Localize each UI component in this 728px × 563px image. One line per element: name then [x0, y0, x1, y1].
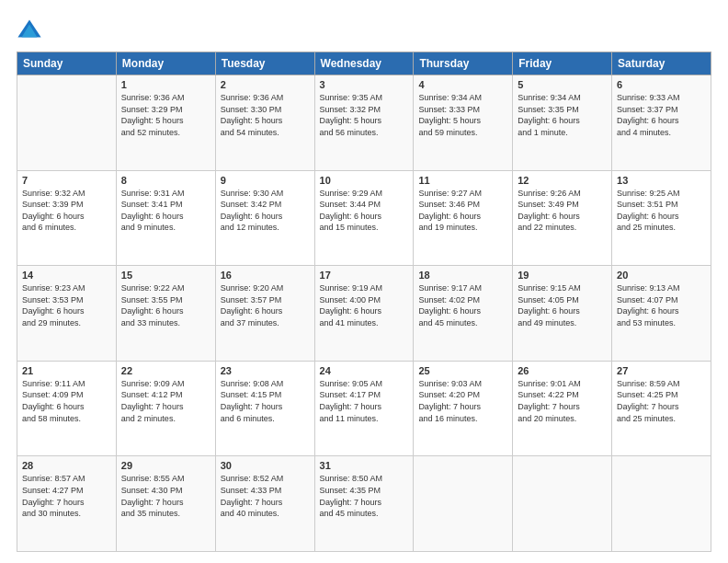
week-row-5: 28Sunrise: 8:57 AMSunset: 4:27 PMDayligh… [17, 456, 711, 552]
header [17, 17, 711, 42]
day-header-sunday: Sunday [17, 52, 117, 75]
calendar-cell: 6Sunrise: 9:33 AMSunset: 3:37 PMDaylight… [612, 75, 711, 171]
calendar-cell: 7Sunrise: 9:32 AMSunset: 3:39 PMDaylight… [17, 170, 117, 266]
day-info: Sunrise: 9:13 AMSunset: 4:07 PMDaylight:… [617, 282, 706, 328]
calendar-cell: 23Sunrise: 9:08 AMSunset: 4:15 PMDayligh… [215, 361, 314, 456]
day-info: Sunrise: 9:03 AMSunset: 4:20 PMDaylight:… [418, 378, 507, 424]
day-info: Sunrise: 8:52 AMSunset: 4:33 PMDaylight:… [221, 473, 310, 519]
calendar-cell: 8Sunrise: 9:31 AMSunset: 3:41 PMDaylight… [116, 170, 215, 266]
day-number: 22 [121, 365, 210, 376]
day-info: Sunrise: 9:19 AMSunset: 4:00 PMDaylight:… [320, 282, 409, 328]
calendar-cell: 13Sunrise: 9:25 AMSunset: 3:51 PMDayligh… [612, 170, 711, 266]
day-number: 14 [22, 270, 111, 281]
day-info: Sunrise: 9:15 AMSunset: 4:05 PMDaylight:… [518, 282, 607, 328]
calendar-cell: 17Sunrise: 9:19 AMSunset: 4:00 PMDayligh… [314, 266, 414, 362]
day-number: 8 [121, 175, 210, 186]
logo-icon [17, 17, 42, 42]
calendar-cell: 11Sunrise: 9:27 AMSunset: 3:46 PMDayligh… [414, 170, 513, 266]
calendar-cell [513, 456, 612, 552]
logo [17, 17, 46, 42]
day-header-wednesday: Wednesday [314, 52, 414, 75]
day-number: 3 [320, 79, 409, 90]
day-number: 27 [617, 365, 706, 376]
day-number: 10 [320, 175, 409, 186]
day-info: Sunrise: 9:25 AMSunset: 3:51 PMDaylight:… [617, 188, 706, 234]
day-info: Sunrise: 9:29 AMSunset: 3:44 PMDaylight:… [320, 188, 409, 234]
day-number: 30 [221, 460, 310, 471]
calendar-cell: 20Sunrise: 9:13 AMSunset: 4:07 PMDayligh… [612, 266, 711, 362]
day-info: Sunrise: 8:57 AMSunset: 4:27 PMDaylight:… [22, 473, 111, 519]
day-info: Sunrise: 8:59 AMSunset: 4:25 PMDaylight:… [617, 378, 706, 424]
day-number: 28 [22, 460, 111, 471]
day-number: 7 [22, 175, 111, 186]
day-info: Sunrise: 9:31 AMSunset: 3:41 PMDaylight:… [121, 188, 210, 234]
day-number: 21 [22, 365, 111, 376]
calendar-cell [414, 456, 513, 552]
calendar-cell: 10Sunrise: 9:29 AMSunset: 3:44 PMDayligh… [314, 170, 414, 266]
calendar-cell: 12Sunrise: 9:26 AMSunset: 3:49 PMDayligh… [513, 170, 612, 266]
day-number: 2 [221, 79, 310, 90]
day-info: Sunrise: 9:17 AMSunset: 4:02 PMDaylight:… [418, 282, 507, 328]
day-info: Sunrise: 9:34 AMSunset: 3:35 PMDaylight:… [518, 92, 607, 138]
day-header-thursday: Thursday [414, 52, 513, 75]
day-number: 16 [221, 270, 310, 281]
day-info: Sunrise: 8:50 AMSunset: 4:35 PMDaylight:… [320, 473, 409, 519]
day-header-tuesday: Tuesday [215, 52, 314, 75]
calendar-cell: 25Sunrise: 9:03 AMSunset: 4:20 PMDayligh… [414, 361, 513, 456]
day-info: Sunrise: 9:26 AMSunset: 3:49 PMDaylight:… [518, 188, 607, 234]
week-row-4: 21Sunrise: 9:11 AMSunset: 4:09 PMDayligh… [17, 361, 711, 456]
day-number: 1 [121, 79, 210, 90]
week-row-2: 7Sunrise: 9:32 AMSunset: 3:39 PMDaylight… [17, 170, 711, 266]
day-info: Sunrise: 9:05 AMSunset: 4:17 PMDaylight:… [320, 378, 409, 424]
day-info: Sunrise: 9:08 AMSunset: 4:15 PMDaylight:… [221, 378, 310, 424]
day-number: 24 [320, 365, 409, 376]
day-number: 15 [121, 270, 210, 281]
day-info: Sunrise: 9:22 AMSunset: 3:55 PMDaylight:… [121, 282, 210, 328]
calendar-cell: 14Sunrise: 9:23 AMSunset: 3:53 PMDayligh… [17, 266, 117, 362]
week-row-3: 14Sunrise: 9:23 AMSunset: 3:53 PMDayligh… [17, 266, 711, 362]
day-info: Sunrise: 9:35 AMSunset: 3:32 PMDaylight:… [320, 92, 409, 138]
day-number: 11 [418, 175, 507, 186]
day-number: 20 [617, 270, 706, 281]
day-number: 19 [518, 270, 607, 281]
calendar-cell: 16Sunrise: 9:20 AMSunset: 3:57 PMDayligh… [215, 266, 314, 362]
day-info: Sunrise: 9:09 AMSunset: 4:12 PMDaylight:… [121, 378, 210, 424]
calendar-cell: 5Sunrise: 9:34 AMSunset: 3:35 PMDaylight… [513, 75, 612, 171]
day-info: Sunrise: 9:36 AMSunset: 3:30 PMDaylight:… [221, 92, 310, 138]
day-header-saturday: Saturday [612, 52, 711, 75]
day-info: Sunrise: 9:32 AMSunset: 3:39 PMDaylight:… [22, 188, 111, 234]
day-number: 5 [518, 79, 607, 90]
day-info: Sunrise: 9:30 AMSunset: 3:42 PMDaylight:… [221, 188, 310, 234]
day-number: 4 [418, 79, 507, 90]
day-header-friday: Friday [513, 52, 612, 75]
day-number: 18 [418, 270, 507, 281]
calendar-cell: 2Sunrise: 9:36 AMSunset: 3:30 PMDaylight… [215, 75, 314, 171]
calendar-cell: 1Sunrise: 9:36 AMSunset: 3:29 PMDaylight… [116, 75, 215, 171]
calendar-cell: 9Sunrise: 9:30 AMSunset: 3:42 PMDaylight… [215, 170, 314, 266]
calendar-header-row: SundayMondayTuesdayWednesdayThursdayFrid… [17, 52, 711, 75]
day-number: 12 [518, 175, 607, 186]
day-number: 31 [320, 460, 409, 471]
calendar-cell: 31Sunrise: 8:50 AMSunset: 4:35 PMDayligh… [314, 456, 414, 552]
day-info: Sunrise: 9:36 AMSunset: 3:29 PMDaylight:… [121, 92, 210, 138]
week-row-1: 1Sunrise: 9:36 AMSunset: 3:29 PMDaylight… [17, 75, 711, 171]
calendar-cell: 30Sunrise: 8:52 AMSunset: 4:33 PMDayligh… [215, 456, 314, 552]
day-number: 23 [221, 365, 310, 376]
day-number: 9 [221, 175, 310, 186]
calendar-cell: 27Sunrise: 8:59 AMSunset: 4:25 PMDayligh… [612, 361, 711, 456]
day-info: Sunrise: 9:34 AMSunset: 3:33 PMDaylight:… [418, 92, 507, 138]
day-info: Sunrise: 9:01 AMSunset: 4:22 PMDaylight:… [518, 378, 607, 424]
day-number: 13 [617, 175, 706, 186]
calendar-cell: 29Sunrise: 8:55 AMSunset: 4:30 PMDayligh… [116, 456, 215, 552]
day-number: 25 [418, 365, 507, 376]
calendar-cell: 15Sunrise: 9:22 AMSunset: 3:55 PMDayligh… [116, 266, 215, 362]
calendar-cell: 26Sunrise: 9:01 AMSunset: 4:22 PMDayligh… [513, 361, 612, 456]
calendar-cell [17, 75, 117, 171]
page: SundayMondayTuesdayWednesdayThursdayFrid… [0, 0, 728, 563]
calendar-cell: 4Sunrise: 9:34 AMSunset: 3:33 PMDaylight… [414, 75, 513, 171]
calendar-cell: 3Sunrise: 9:35 AMSunset: 3:32 PMDaylight… [314, 75, 414, 171]
calendar-cell: 19Sunrise: 9:15 AMSunset: 4:05 PMDayligh… [513, 266, 612, 362]
day-header-monday: Monday [116, 52, 215, 75]
day-info: Sunrise: 8:55 AMSunset: 4:30 PMDaylight:… [121, 473, 210, 519]
calendar-cell: 22Sunrise: 9:09 AMSunset: 4:12 PMDayligh… [116, 361, 215, 456]
